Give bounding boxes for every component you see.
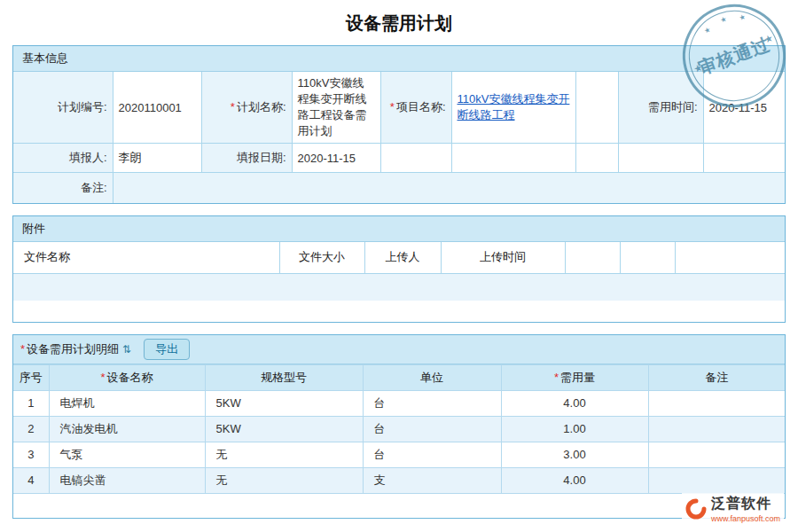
sort-icon[interactable]: ⇅: [122, 343, 131, 356]
star-icon: ★: [703, 26, 712, 35]
empty-cell: [675, 242, 785, 274]
col-file-name: 文件名称: [13, 242, 279, 274]
attachments-section: 附件 文件名称 文件大小 上传人 上传时间: [12, 215, 786, 323]
col-quantity-text: 需用量: [560, 371, 595, 384]
required-marker: *: [20, 342, 25, 356]
row-remark: [648, 442, 785, 467]
fanpu-logo-icon: [685, 498, 707, 520]
row-unit: 台: [363, 390, 501, 416]
fanpu-brand-text-block: 泛普软件 www.fanpusoft.com: [711, 495, 780, 523]
table-row: 计划编号: 2020110001 *计划名称: 110kV安徽线程集变开断线路工…: [13, 72, 785, 144]
required-marker: *: [390, 100, 395, 113]
table-row: 1 电焊机 5KW 台 4.00: [13, 390, 785, 416]
star-icon: ★: [692, 61, 705, 75]
brand-url[interactable]: www.fanpusoft.com: [711, 514, 780, 523]
plan-no-value: 2020110001: [113, 72, 201, 144]
report-date-label: 填报日期:: [201, 144, 292, 173]
basic-info-section: 基本信息 计划编号: 2020110001 *计划名称: 110kV安徽线程集变…: [12, 45, 786, 204]
empty-cell: [13, 274, 785, 301]
reporter-value: 李朗: [113, 144, 201, 173]
empty-cell: [13, 301, 785, 322]
required-marker: *: [100, 371, 105, 384]
row-seq: 2: [13, 416, 49, 442]
plan-name-label: *计划名称:: [201, 72, 292, 144]
attachments-section-title: 附件: [13, 216, 785, 242]
table-row: 备注:: [13, 173, 785, 203]
col-unit: 单位: [363, 364, 501, 390]
brand-name: 泛普软件: [711, 495, 780, 513]
col-equipment-name-text: 设备名称: [107, 371, 153, 384]
table-row: 4 电镐尖凿 无 支 4.00: [13, 467, 785, 493]
empty-cell: [618, 144, 703, 173]
row-seq: 3: [13, 442, 49, 467]
col-equipment-name: *设备名称: [49, 364, 205, 390]
project-name-link[interactable]: 110kV安徽线程集变开断线路工程: [458, 92, 570, 121]
empty-cell: [575, 144, 618, 173]
row-remark: [648, 390, 785, 416]
project-name-label-text: 项目名称:: [396, 100, 446, 113]
details-section-title: 设备需用计划明细: [27, 341, 119, 357]
empty-attachment-row: [13, 274, 785, 301]
row-unit: 台: [363, 416, 501, 442]
plan-no-label: 计划编号:: [13, 72, 113, 144]
table-row: 2 汽油发电机 5KW 台 1.00: [13, 416, 785, 442]
reporter-label: 填报人:: [13, 144, 113, 173]
basic-info-section-title: 基本信息: [13, 46, 785, 72]
row-quantity: 1.00: [501, 416, 648, 442]
col-uploader: 上传人: [364, 242, 441, 274]
empty-cell: [13, 493, 785, 518]
required-marker: *: [231, 100, 235, 113]
table-row: 填报人: 李朗 填报日期: 2020-11-15: [13, 144, 785, 173]
row-spec: 无: [205, 467, 363, 493]
spacer-row: [13, 301, 785, 322]
fanpu-brand: 泛普软件 www.fanpusoft.com: [682, 493, 784, 525]
row-spec: 无: [205, 442, 363, 467]
col-file-size: 文件大小: [279, 242, 364, 274]
basic-info-table: 计划编号: 2020110001 *计划名称: 110kV安徽线程集变开断线路工…: [13, 72, 785, 203]
row-quantity: 3.00: [501, 442, 648, 467]
row-unit: 台: [363, 442, 501, 467]
star-icon: ★: [763, 32, 775, 46]
empty-cell: [451, 144, 575, 173]
col-quantity: *需用量: [501, 364, 648, 390]
attachments-table: 文件名称 文件大小 上传人 上传时间: [13, 242, 785, 322]
row-spec: 5KW: [205, 416, 363, 442]
empty-cell: [703, 144, 785, 173]
project-name-label: *项目名称:: [380, 72, 451, 144]
plan-name-value: 110kV安徽线程集变开断线路工程设备需用计划: [292, 72, 380, 144]
col-upload-time: 上传时间: [441, 242, 565, 274]
star-icon: ★: [719, 15, 728, 25]
details-toolbar: * 设备需用计划明细 ⇅ 导出: [13, 335, 785, 364]
details-table: 序号 *设备名称 规格型号 单位 *需用量 备注 1 电焊机 5KW 台 4.0…: [13, 364, 785, 519]
export-button[interactable]: 导出: [144, 339, 190, 360]
details-section: * 设备需用计划明细 ⇅ 导出 序号 *设备名称 规格型号 单位 *需用量 备注…: [12, 334, 786, 520]
plan-name-label-text: 计划名称:: [237, 100, 286, 113]
row-spec: 5KW: [205, 390, 363, 416]
row-equipment-name: 气泵: [49, 442, 205, 467]
col-remark: 备注: [648, 364, 785, 390]
spacer-row: [13, 493, 785, 518]
col-spec: 规格型号: [205, 364, 363, 390]
remark-label: 备注:: [13, 173, 113, 203]
row-unit: 支: [363, 467, 501, 493]
row-equipment-name: 电焊机: [49, 390, 205, 416]
star-icon: ★: [738, 12, 747, 22]
row-seq: 1: [13, 390, 49, 416]
row-equipment-name: 汽油发电机: [49, 416, 205, 442]
row-seq: 4: [13, 467, 49, 493]
equipment-plan-page: { "page": { "title": "设备需用计划" }, "ui": {…: [0, 0, 798, 532]
row-quantity: 4.00: [501, 467, 648, 493]
row-remark: [648, 467, 785, 493]
empty-cell: [565, 242, 620, 274]
empty-cell: [620, 242, 675, 274]
project-name-cell: 110kV安徽线程集变开断线路工程: [451, 72, 575, 144]
row-quantity: 4.00: [501, 390, 648, 416]
empty-cell: [380, 144, 451, 173]
table-header-row: 序号 *设备名称 规格型号 单位 *需用量 备注: [13, 364, 785, 390]
table-row: 3 气泵 无 台 3.00: [13, 442, 785, 467]
row-remark: [648, 416, 785, 442]
table-header-row: 文件名称 文件大小 上传人 上传时间: [13, 242, 785, 274]
required-marker: *: [554, 371, 559, 384]
empty-cell: [575, 72, 618, 144]
stamp-text: 审核通过: [695, 32, 773, 80]
